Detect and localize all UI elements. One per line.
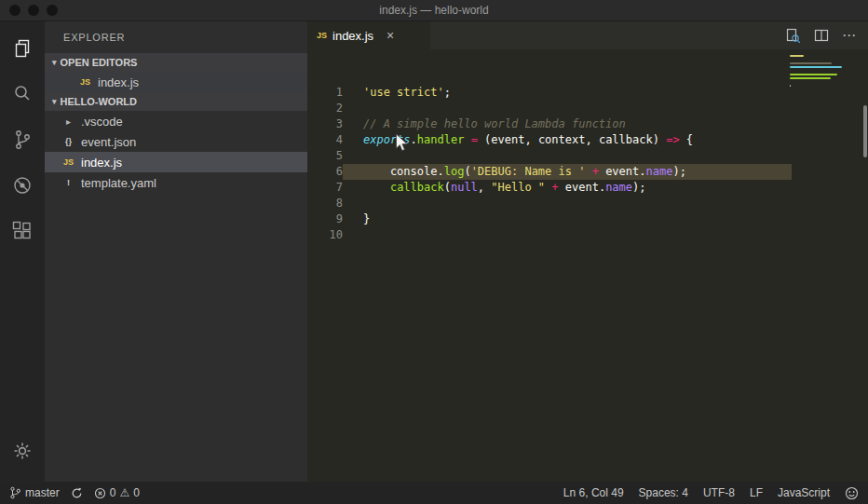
code-line-4[interactable]: 4exports.handler = (event, context, call… — [307, 132, 868, 148]
sync-button[interactable] — [71, 487, 83, 499]
minimap-line — [790, 55, 804, 57]
open-editors-header[interactable]: ▾ OPEN EDITORS — [45, 53, 307, 72]
line-number[interactable]: 2 — [307, 101, 343, 116]
code-line-10[interactable]: 10 — [307, 227, 868, 243]
extensions-icon[interactable] — [0, 210, 45, 252]
status-bar-right: Ln 6, Col 49 Spaces: 4 UTF-8 LF JavaScri… — [563, 486, 859, 500]
status-bar: master 0 ⚠ 0 Ln 6, Col 49 Spaces: 4 UTF-… — [0, 482, 868, 504]
code-line-9[interactable]: 9} — [307, 211, 868, 227]
json-file-icon: {} — [61, 137, 75, 146]
vscode-window: index.js — hello-world — [0, 0, 868, 504]
warning-count: 0 — [133, 486, 140, 499]
cursor-position[interactable]: Ln 6, Col 49 — [563, 486, 624, 499]
code-lines: 1'use strict';23// A simple hello world … — [307, 85, 868, 243]
line-content: } — [343, 211, 792, 227]
code-line-8[interactable]: 8 — [307, 196, 868, 211]
js-file-icon: JS — [317, 31, 327, 40]
line-number[interactable]: 8 — [307, 196, 343, 211]
code-line-7[interactable]: 7 callback(null, "Hello " + event.name); — [307, 180, 868, 196]
minimap-line — [790, 62, 832, 64]
file-name: template.yaml — [81, 176, 156, 190]
sidebar-title: EXPLORER — [45, 21, 307, 53]
line-number[interactable]: 5 — [307, 148, 343, 164]
chevron-down-icon: ▾ — [52, 58, 57, 67]
indentation-setting[interactable]: Spaces: 4 — [639, 486, 688, 499]
line-number[interactable]: 10 — [307, 227, 343, 243]
scrollbar-thumb[interactable] — [863, 105, 867, 157]
yaml-file-icon: ! — [61, 178, 75, 187]
traffic-lights — [9, 5, 58, 16]
minimap[interactable] — [790, 55, 846, 92]
section-label: HELLO-WORLD — [61, 96, 137, 107]
chevron-right-icon: ▸ — [61, 116, 75, 127]
folder-section-header[interactable]: ▾ HELLO-WORLD — [45, 92, 307, 111]
line-number[interactable]: 9 — [307, 211, 343, 227]
minimap-line — [790, 77, 831, 79]
encoding-setting[interactable]: UTF-8 — [703, 486, 735, 499]
editor-group: JS index.js × — [307, 21, 868, 482]
tab-indexjs[interactable]: JS index.js × — [307, 21, 430, 49]
settings-gear-icon[interactable] — [0, 429, 45, 472]
editor-actions: ⋯ — [785, 21, 868, 49]
maximize-window-button[interactable] — [47, 5, 58, 16]
search-icon[interactable] — [0, 73, 45, 116]
line-content: 'use strict'; — [343, 85, 792, 101]
code-line-5[interactable]: 5 — [307, 148, 868, 164]
mouse-cursor — [395, 133, 409, 153]
split-editor-icon[interactable] — [814, 28, 829, 43]
line-content: exports.handler = (event, context, callb… — [343, 132, 792, 148]
line-content — [343, 148, 792, 164]
line-content — [343, 101, 792, 116]
code-line-6[interactable]: 6 console.log('DEBUG: Name is ' + event.… — [307, 164, 868, 180]
code-line-1[interactable]: 1'use strict'; — [307, 85, 868, 101]
file-name: event.json — [81, 135, 136, 149]
close-tab-icon[interactable]: × — [387, 28, 394, 43]
minimap-line — [790, 66, 842, 68]
line-content: console.log('DEBUG: Name is ' + event.na… — [343, 164, 792, 180]
line-number[interactable]: 4 — [307, 132, 343, 148]
file-item-template.yaml[interactable]: !template.yaml — [45, 172, 307, 193]
js-file-icon: JS — [61, 157, 75, 167]
line-number[interactable]: 3 — [307, 116, 343, 132]
error-icon — [94, 487, 106, 499]
explorer-icon[interactable] — [0, 27, 45, 70]
error-count: 0 — [110, 486, 116, 499]
file-name: index.js — [98, 75, 139, 89]
more-actions-icon[interactable]: ⋯ — [842, 27, 857, 44]
minimap-line — [790, 85, 791, 87]
language-mode[interactable]: JavaScript — [778, 486, 830, 499]
close-window-button[interactable] — [9, 5, 20, 16]
line-content: // A simple hello world Lambda function — [343, 116, 792, 132]
find-in-file-icon[interactable] — [785, 28, 801, 44]
line-content: callback(null, "Hello " + event.name); — [343, 180, 792, 196]
line-number[interactable]: 6 — [307, 164, 343, 180]
code-line-3[interactable]: 3// A simple hello world Lambda function — [307, 116, 868, 132]
open-editor-item-indexjs[interactable]: JS index.js — [45, 72, 307, 92]
code-editor[interactable]: 1'use strict';23// A simple hello world … — [307, 49, 868, 482]
file-tree: ▸.vscode{}event.jsonJSindex.js!template.… — [45, 111, 307, 193]
source-control-icon[interactable] — [0, 118, 45, 161]
js-file-icon: JS — [78, 77, 92, 87]
debug-icon[interactable] — [0, 164, 45, 207]
git-branch-indicator[interactable]: master — [9, 486, 60, 499]
status-bar-left: master 0 ⚠ 0 — [9, 486, 140, 499]
tab-bar: JS index.js × — [307, 21, 868, 49]
feedback-smiley-icon[interactable] — [845, 486, 859, 500]
activity-bar — [0, 21, 45, 482]
line-number[interactable]: 1 — [307, 85, 343, 101]
file-item-index.js[interactable]: JSindex.js — [45, 152, 307, 172]
window-title: index.js — hello-world — [379, 4, 488, 17]
minimize-window-button[interactable] — [28, 5, 39, 16]
file-item-event.json[interactable]: {}event.json — [45, 131, 307, 152]
eol-setting[interactable]: LF — [750, 486, 763, 499]
problems-indicator[interactable]: 0 ⚠ 0 — [94, 486, 140, 499]
titlebar: index.js — hello-world — [0, 0, 868, 21]
minimap-line — [790, 74, 837, 75]
git-branch-icon — [9, 486, 21, 499]
tab-label: index.js — [332, 29, 373, 43]
line-number[interactable]: 7 — [307, 180, 343, 196]
warning-icon: ⚠ — [119, 486, 129, 499]
file-item-.vscode[interactable]: ▸.vscode — [45, 111, 307, 131]
code-line-2[interactable]: 2 — [307, 101, 868, 116]
explorer-sidebar: EXPLORER ▾ OPEN EDITORS JS index.js ▾ HE… — [45, 21, 307, 482]
